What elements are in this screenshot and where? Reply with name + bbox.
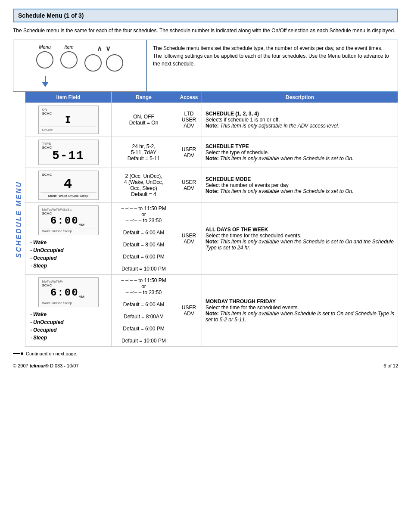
event-name-unocc-monfri: UnOccupied [33,319,64,325]
footer: © 2007 tekmar® D 033 - 10/07 6 of 12 [13,363,398,368]
range-schedule-mode: 2 (Occ, UnOcc),4 (Wake, UnOcc,Occ, Sleep… [112,168,176,202]
desc-mon-fri: MONDAY THROUGH FRIDAY Select the time fo… [202,275,398,347]
desc-title-4: ALL DAYS OF THE WEEK [206,227,268,233]
arrow-icon-sleep: → [29,263,33,268]
table-row: TYPE SCHC 5-11 24 hr, 5-2,5-11, 7dAYDefa… [25,137,398,168]
header-description: Description [202,92,398,103]
vert-label-col: SCHEDULE MENU [13,92,25,347]
main-content: SCHEDULE MENU Item Field Range Access De… [13,92,398,347]
event-name-sleep: Sleep [33,263,47,269]
continued-text: Continued on next page. [26,351,78,356]
down-button-circle[interactable] [106,54,123,72]
buttons-row: Menu Item ∧ ∨ [36,44,123,72]
up-down-arrows: ∧ ∨ [97,44,111,53]
down-arrow-label: ∨ [106,44,111,53]
lcd-am-monfri: AM [79,295,85,299]
schedule-table: Item Field Range Access Description ON S… [25,92,398,347]
desc-title-5: MONDAY THROUGH FRIDAY [206,299,276,305]
page-title: Schedule Menu (1 of 3) [13,9,398,22]
schc-label-3: SCHC [42,173,52,177]
up-button-circle[interactable] [84,54,102,72]
lcd-digits-1: I [65,115,72,126]
lcd-top-on: ON [42,108,47,112]
event-name-wake: Wake [33,240,47,246]
item-field-schedule-onoff: ON SCHC I UnOcc [25,103,112,137]
range-schedule-onoff: ON, OFFDefault = On [112,103,176,137]
header-item-field: Item Field [25,92,112,103]
footer-copyright: © 2007 tekmar® D 033 - 10/07 [13,363,79,368]
wake-unocc-sleep: Wake UnOcc Sleep [59,194,89,198]
arrow-icon-occ-monfri: → [29,327,33,332]
header-range: Range [112,92,176,103]
table-wrapper: Item Field Range Access Description ON S… [25,92,398,347]
access-schedule-onoff: LTDUSERADV [176,103,202,137]
desc-title-1: SCHEDULE (1, 2, 3, 4) [206,111,259,117]
arrow-icon-wake: → [29,240,33,245]
lcd-schedule-mode: SCHC 4 Mode Wake UnOcc Sleep [38,171,99,200]
desc-note-3: Note: This item is only available when t… [206,188,354,194]
event-name-sleep-monfri: Sleep [33,335,47,341]
event-wake-alldays: → Wake [29,239,108,246]
desc-title-3: SCHEDULE MODE [206,176,251,182]
footer-page: 6 of 12 [383,363,398,368]
arrow-icon-sleep-monfri: → [29,335,33,340]
footer-brand: tekmar [30,363,45,368]
lcd-days-monfri: MoTuWeThFr [42,280,63,283]
digits-am-row: 6:00 AM [50,215,86,227]
events-monfri: → Wake → UnOccupied → Occupied [29,311,108,342]
item-field-schedule-mode: SCHC 4 Mode Wake UnOcc Sleep [25,168,112,202]
footer-doc: D 033 - 10/07 [50,363,79,368]
header-access: Access [176,92,202,103]
range-mon-fri: – –:– – to 11:50 PMor– –:– – to 23:50 De… [112,275,176,347]
event-unocc-alldays: → UnOccupied [29,246,108,254]
arrow-icon-wake-monfri: → [29,312,33,317]
access-all-days: USERADV [176,203,202,275]
item-label: Item [64,44,73,50]
mode-row: Mode Wake UnOcc Sleep [48,194,89,198]
desc-schedule-type: SCHEDULE TYPE Select the type of schedul… [202,137,398,168]
arrow-icon-occ: → [29,255,33,260]
events-alldays: → Wake → UnOccupied → Occupied [29,239,108,270]
lcd-am-alldays: AM [79,223,85,227]
range-all-days: – –:– – to 11:50 PMor– –:– – to 23:50 De… [112,203,176,275]
lcd-wake-unocc-sleep-monfri: Wake UnOcc Sleep [42,301,72,305]
lcd-all-days: MoTuWeThFrSaSu SCHC 6:00 AM Wake UnOcc S… [38,205,99,235]
arrow-buttons-group: ∧ ∨ [84,44,123,72]
desc-schedule-onoff: SCHEDULE (1, 2, 3, 4) Selects if schedul… [202,103,398,137]
arrow-icon-unocc-monfri: → [29,320,33,324]
top-diagram: Menu Item ∧ ∨ [13,40,398,92]
intro-text: The Schedule menu is the same for each o… [13,27,398,34]
item-button-circle[interactable] [60,51,78,68]
schc-label: SCHC [42,112,52,115]
lcd-wake-unocc-sleep-alldays: Wake UnOcc Sleep [42,229,72,233]
menu-button-circle[interactable] [36,51,53,68]
access-schedule-mode: USERADV [176,168,202,202]
event-occ-alldays: → Occupied [29,254,108,262]
up-arrow-label: ∧ [97,44,102,53]
event-unocc-monfri: → UnOccupied [29,318,108,326]
item-field-mon-fri: MoTuWeThFr SCHC 6:00 AM Wake UnOcc Sleep [25,275,112,347]
button-panel: Menu Item ∧ ∨ [13,40,146,92]
lcd-digits-mode: 4 [64,177,73,192]
access-schedule-type: USERADV [176,137,202,168]
table-row: ON SCHC I UnOcc ON, OFFDefault = On [25,103,398,137]
info-box: The Schedule menu items set the schedule… [146,40,398,92]
schedule-menu-vert-label: SCHEDULE MENU [15,181,23,258]
event-sleep-monfri: → Sleep [29,334,108,342]
range-schedule-type: 24 hr, 5-2,5-11, 7dAYDefault = 5-11 [112,137,176,168]
item-button-group: Item [60,44,78,68]
desc-schedule-mode: SCHEDULE MODE Select the number of event… [202,168,398,202]
event-occ-monfri: → Occupied [29,326,108,334]
lcd-top-type: TYPE [42,142,51,146]
table-row: SCHC 4 Mode Wake UnOcc Sleep 2 (Occ, UnO… [25,168,398,202]
desc-note-2: Note: This item is only available when t… [206,156,354,162]
lcd-digits-alldays: 6:00 [50,215,79,227]
item-field-all-days: MoTuWeThFrSaSu SCHC 6:00 AM Wake UnOcc S… [25,203,112,275]
menu-button-group: Menu [36,44,53,68]
menu-label: Menu [39,44,51,50]
lcd-digits-type: 5-11 [52,149,84,163]
table-row: MoTuWeThFr SCHC 6:00 AM Wake UnOcc Sleep [25,275,398,347]
access-mon-fri: USERADV [176,275,202,347]
desc-all-days: ALL DAYS OF THE WEEK Select the times fo… [202,203,398,275]
event-name-occ: Occupied [33,255,57,261]
